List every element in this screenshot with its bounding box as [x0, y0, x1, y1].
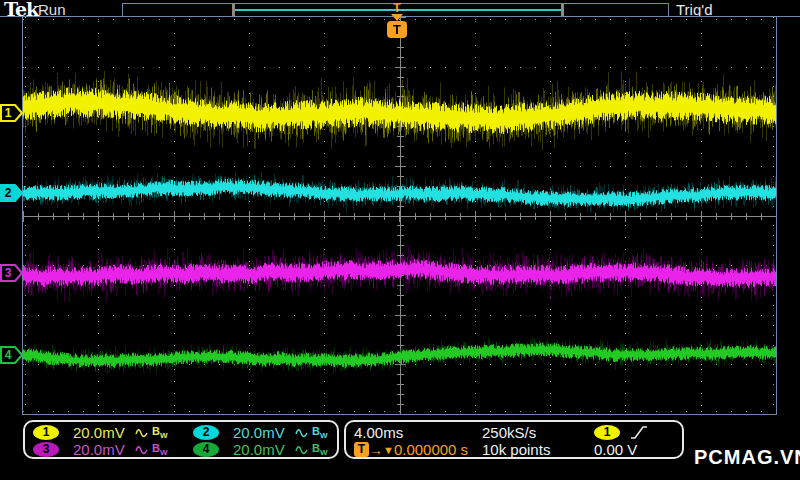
channel-3-readout[interactable]: 3 20.0mV BW [33, 441, 168, 458]
channel-1-marker[interactable]: 1 [0, 104, 23, 122]
waveform-display [22, 17, 777, 415]
trigger-position-readout[interactable]: T→▼0.000000 s [354, 441, 468, 458]
channel-3-badge[interactable]: 3 [33, 442, 59, 457]
svg-text:2: 2 [5, 186, 12, 200]
channel-3-scale: 20.0mV [73, 441, 135, 458]
channel-2-marker[interactable]: 2 [0, 184, 23, 202]
trigger-source-badge[interactable]: 1 [594, 425, 620, 440]
rising-edge-icon [630, 425, 648, 440]
trigger-position-arrow-icon [391, 14, 403, 21]
acquisition-divider-left [232, 4, 235, 16]
channel-1-readout[interactable]: 1 20.0mV BW [33, 424, 168, 441]
channel-3-marker[interactable]: 3 [0, 264, 23, 282]
trigger-t-icon: T [354, 442, 369, 457]
channel-2-badge[interactable]: 2 [193, 425, 219, 440]
horizontal-trigger-readout-box: 4.00ms 250kS/s 1 T→▼0.000000 s 10k point… [344, 420, 684, 459]
channel-readout-box: 1 20.0mV BW 2 20.0mV BW 3 20.0mV BW 4 20… [23, 420, 339, 459]
record-length: 10k points [482, 441, 550, 458]
sine-wave-icon [135, 445, 149, 455]
bandwidth-limit-icon: BW [312, 425, 328, 440]
timebase-scale[interactable]: 4.00ms [354, 424, 403, 441]
trigger-marker-icon[interactable]: T [387, 21, 407, 38]
channel-2-readout[interactable]: 2 20.0mV BW [193, 424, 328, 441]
acquisition-divider-right [561, 4, 564, 16]
channel-4-marker[interactable]: 4 [0, 346, 23, 364]
sine-wave-icon [135, 428, 149, 438]
bandwidth-limit-icon: BW [152, 425, 168, 440]
sample-rate: 250kS/s [482, 424, 536, 441]
arrow-right-icon: → [369, 442, 383, 458]
trigger-level-value: 0.00 V [594, 441, 637, 458]
trigger-position-value: 0.000000 s [394, 441, 468, 458]
trigger-level-arrow-icon: ▼ [383, 444, 394, 456]
waveform-canvas [23, 17, 776, 414]
channel-4-scale: 20.0mV [233, 441, 295, 458]
svg-text:4: 4 [5, 348, 12, 362]
sine-wave-icon [295, 428, 309, 438]
sine-wave-icon [295, 445, 309, 455]
bandwidth-limit-icon: BW [312, 442, 328, 457]
bandwidth-limit-icon: BW [152, 442, 168, 457]
channel-4-badge[interactable]: 4 [193, 442, 219, 457]
channel-1-badge[interactable]: 1 [33, 425, 59, 440]
channel-4-readout[interactable]: 4 20.0mV BW [193, 441, 328, 458]
svg-text:1: 1 [5, 106, 12, 120]
channel-2-scale: 20.0mV [233, 424, 295, 441]
watermark: PCMAG.VN [694, 446, 800, 469]
svg-text:3: 3 [5, 266, 12, 280]
channel-1-scale: 20.0mV [73, 424, 135, 441]
trigger-position-icon[interactable]: T [388, 0, 406, 15]
